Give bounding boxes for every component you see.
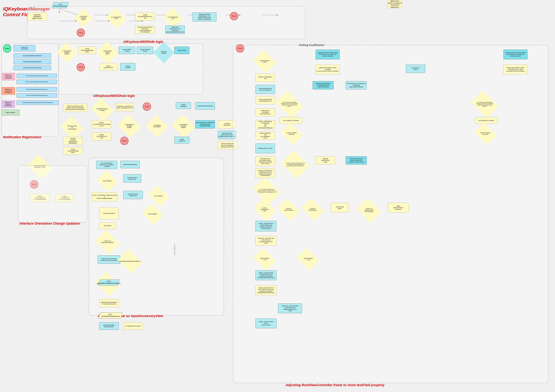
start-oval: Start xyxy=(3,44,11,53)
setting-kb-dist: SettingUIKeyboardDistancing =YES xyxy=(135,13,155,21)
according-to-label: according to xyxy=(160,215,190,284)
setting-tf-view-right: Setting _textFieldViewis_isAdjustingYESa… xyxy=(256,120,275,129)
getting-top-tf-view: Getting topTextFieldViewto textFieldView… xyxy=(313,81,334,89)
uikb-willhide-box xyxy=(27,6,305,39)
receiving-tf-initial: Receiving textFieldView'sinitial frameUI… xyxy=(135,26,155,34)
end-node-1: End xyxy=(77,29,85,37)
start-node-top: STRAUIKeyboardManager xyxy=(52,2,69,8)
adjust-rootvc-box xyxy=(233,45,548,383)
end-node-5: End xyxy=(120,137,129,145)
restoring-supercont: Restoring _superContViewto its own sizes… xyxy=(256,236,277,246)
interface-orient-box xyxy=(18,165,87,222)
reg-uitextfield: Register forUITextField xyxy=(14,45,35,51)
reg-uitextfield-2: Register forUITextFieldNotifications xyxy=(1,73,15,80)
restoring-supercont-bottom: Restoring _superContViewto set its own s… xyxy=(278,304,302,313)
resetting-vars: Resetting variablestextFieldView = nills… xyxy=(192,13,216,22)
toolbar-uiadded: ToolbarUIAdded xyxy=(120,63,135,71)
reg-uitextfield-3: Register forUITextFieldNotifications xyxy=(1,87,15,95)
setting-tf-prev-no: Setting_isTextFieldFrameto NO xyxy=(92,132,111,140)
set-iq-toolbar-text: Set IQToolbar text and bar xyxy=(123,322,143,330)
reg-tv-end: UITextViewTextDidEndEditingNotification xyxy=(16,93,57,98)
first-all-uitextfield: First All UITextFieldFindFirstView Sibli… xyxy=(96,161,117,169)
saving-initial-vals: Saving InitialValues xyxy=(331,203,349,213)
saving-keyboard: Saving Keyboardof styles xyxy=(137,47,153,54)
disable-prev-enable-next: Disable PreviousEnable Next xyxy=(123,191,143,199)
notif-reg-label: Notification Registration xyxy=(3,135,41,139)
next-sibling: Next Sibling xyxy=(99,222,116,229)
getting-device-orient: Getting DeviceOrientationintoScreenBorde… xyxy=(256,108,275,116)
saving-tf-handle: Saving_isTextFieldHandleFrame xyxy=(63,147,83,155)
reg-tf-end: UITextFieldTextDidEndEditingNotification xyxy=(16,87,57,92)
reg-kbwillshow: UIKeyboardWillShowNotification xyxy=(14,53,51,58)
enable-keyboards-1: EnableKeyboards xyxy=(176,102,191,109)
update-rootvc-offset-rt: Update RootViewController Offsetaccordin… xyxy=(316,50,340,59)
setting-is-adjusting-yes: Setting is_isAdjusting isYES xyxy=(256,74,275,82)
adjust-rootvc-label: Adjusting RootViewController frame to sh… xyxy=(285,383,384,387)
setting-supercont-2: Setting _superContViewto superContView a… xyxy=(256,270,277,280)
reg-kbdidhide: UIKeyboardDidHideNotification xyxy=(14,65,51,70)
only-pos-x-left: only PositiveX is Showing xyxy=(279,117,302,124)
setting-tf-statusbars: Setting StatusBarsandand_statusBarsFrame xyxy=(256,131,275,140)
adjusting-tf-view: AdjustingtextFieldViewFrame xyxy=(316,156,335,165)
setting-tf-prev-yes: Setting_isTextFieldPreviousChangedto YES xyxy=(92,120,111,129)
is-isenabled-diamond: Is isEnabledInTouchBar? xyxy=(146,115,168,137)
should-hide-tool-bottom: shouldHideToolBarNextPrevButton xyxy=(99,322,119,330)
add-topgestures-right: Add TopGestures to Window forUIKeyboard … xyxy=(346,81,367,89)
reg-tv-begin: UITextViewTextDidBeginEditingNotificatio… xyxy=(16,80,57,84)
should-hide-tool-para: STILLshouldHideToolbarNextPrevButton xyxy=(98,279,120,285)
adapting-tf-addcolor: Adapting textField AddColorfor inputAcce… xyxy=(99,299,119,307)
main-container: IQKeyboardManager Control Flow Chart xyxy=(0,0,555,392)
interface-orient-label: Interface Orientation Change Updation xyxy=(20,222,80,225)
enable-prev-next-1: Enable PreviousEnable Next xyxy=(123,174,141,182)
should-hide-tool-next: STILL_shouldHideToolbarNextPrev xyxy=(98,312,123,319)
updating-tf-supcontview: Updating textFieldView'ssuperContView an… xyxy=(256,168,275,178)
reg-kbwillhide: UIKeyboardWillHideNotification xyxy=(14,59,51,64)
reg-tf-begin: UITextFieldTextDidBeginEditingNotificati… xyxy=(16,74,57,78)
should-dismiss-diamond: Should DismissOnTouchOutside? xyxy=(60,116,84,139)
initially-saving-0: Initially saving 0 to move xyxy=(256,144,275,153)
reg-char-notif: Register forCharacterNotifications xyxy=(1,100,15,108)
end-node-4: End xyxy=(143,102,151,111)
enable-keyboards-2: EnableKeyboards xyxy=(174,137,189,144)
end-node-2: End xyxy=(230,12,238,20)
update-rootvc-left-top: Update RootViewController Offsetaccordin… xyxy=(504,50,527,59)
get-keywindow: Get KeyWindows andsave to KeyWindow xyxy=(256,85,275,94)
adjust-settings: Adjust Settings? xyxy=(1,110,20,115)
update-rootviewrect-collect-rt: Update RootViewRect Collect accordingto … xyxy=(316,65,340,74)
sort-tf-siblings: Sort all _textFieldView siblings accordi… xyxy=(92,192,117,201)
remove-topgestures: Remove TopGestures fromWindow which was … xyxy=(63,104,87,112)
adjust-frame: Adjust Frame xyxy=(174,47,189,54)
is-tf-prev-changed-diamond: isTextFieldPreviousChanged xyxy=(90,98,114,121)
setting-keywindow-label: Setting KeyWindow xyxy=(299,44,324,47)
releasing-tf-view: Releasing _textFieldViewSetting _textFie… xyxy=(116,103,134,111)
saving-toolbar: Saving Toolbarof styles xyxy=(119,47,135,54)
setting-supercont-nil: Setting _superContViewof or orsuperContV… xyxy=(256,319,277,328)
setting-inner-tf: Setting innerTextFieldin:textFieldView Y… xyxy=(256,96,275,104)
setting-supercont-3: Setting superContView ofset to superCont… xyxy=(256,285,277,295)
override-kb-appearance: OverrideKeyboardAppearance fortextFieldV… xyxy=(63,137,83,145)
is-km-mid-diamond: Is IQKeyboardManagerenable? xyxy=(117,115,141,138)
enable-toolbar-req-2: enableToolbarRequired xyxy=(120,161,140,168)
add-input-accessory: Add InputAccessoryViewPrevious, Next, Do… xyxy=(98,255,120,264)
saving-create-ctrl: SavingcreateIQControl xyxy=(99,63,117,71)
add-topgestures: Add TopGestures to Window forUIKeyboardA… xyxy=(195,120,215,129)
looping-through-all: Looping Through all xyxy=(99,207,119,219)
end-node-3: End xyxy=(77,63,85,71)
set-rootview-frame: Set RootViewFrame xyxy=(406,65,425,73)
adjust-more-inside: Adjust moreinside according tocustomRect… xyxy=(388,0,402,8)
receiving-notification: ReceivingNotificationObject & Event xyxy=(27,13,47,21)
is-km-3rd-diamond: Is IQKeyboardManagerenable? xyxy=(172,115,195,138)
reg-app-willchange: UIApplicationWillChangeStatusBarOrientat… xyxy=(16,100,58,105)
saving-km-obj: SavingIQKeyboardManagerObject xyxy=(78,47,96,54)
setting-tf-supercont: Setting _textFieldView tosuperContView a… xyxy=(256,221,277,231)
update-rootviewrect-collect-r: Update RootViewRect Collectaccording to … xyxy=(504,65,527,74)
restoring-origin: Restoring totextFieldView's Ii toinitial… xyxy=(165,26,185,34)
calc-move-device-orient: Calculating moveaccording to deviceorien… xyxy=(256,156,275,166)
enable-iq-toolbar-req: enableIQToolbarRequired xyxy=(195,102,215,110)
getting-tf-supercontview: Getting textFieldView'ssuperContView and… xyxy=(346,156,367,165)
adjust-supercont-custom: AdjustsuperContView'scustomRect xyxy=(388,203,409,213)
only-pos-x-right: only PositiveX is Showing xyxy=(475,117,497,124)
end-node-top-right: End xyxy=(236,44,244,53)
uikb-willshow-label: UIKeyboardWillShow logic xyxy=(93,94,135,98)
uikb-willhide-label: UIKeyboardWillHide logic xyxy=(123,40,163,44)
